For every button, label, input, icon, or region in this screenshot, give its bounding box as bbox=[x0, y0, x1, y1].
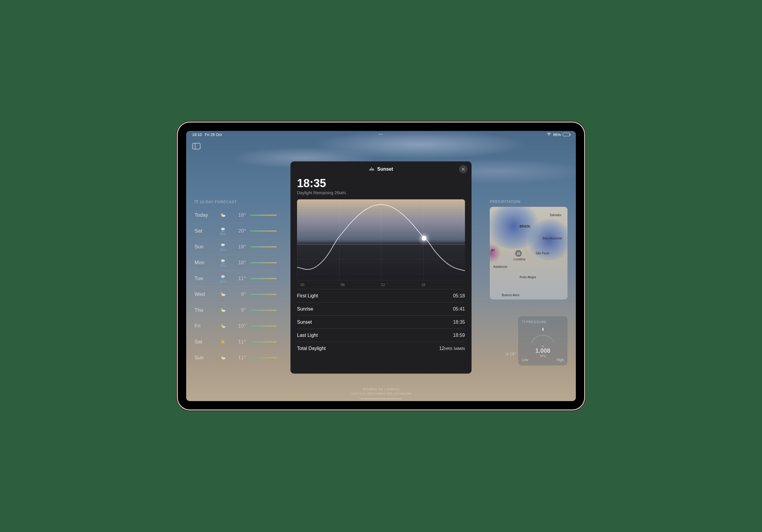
calendar-icon bbox=[194, 200, 198, 204]
map-label: AY bbox=[491, 249, 495, 252]
map-label: BRAZIL bbox=[520, 225, 531, 228]
forecast-row[interactable]: Sat 60% 20° bbox=[194, 223, 277, 239]
temp-range-bar bbox=[250, 230, 277, 232]
weather-icon: 60% bbox=[215, 226, 230, 236]
svg-rect-37 bbox=[542, 328, 544, 331]
forecast-low-temp: 11° bbox=[230, 355, 246, 361]
ipad-frame: 18:10 Fri 28 Oct ••• 86% 10-DAY FORECAST… bbox=[178, 122, 584, 410]
forecast-day: Sun bbox=[194, 355, 215, 361]
forecast-row[interactable]: Sat 11° bbox=[194, 334, 277, 350]
precip-chance: 70% bbox=[220, 264, 226, 267]
forecast-day: Fri bbox=[194, 323, 215, 329]
wifi-icon bbox=[547, 132, 551, 137]
status-date: Fri 28 Oct bbox=[205, 132, 222, 137]
forecast-row[interactable]: Thu 9° bbox=[194, 302, 277, 318]
pressure-gauge bbox=[528, 326, 558, 344]
forecast-low-temp: 9° bbox=[230, 307, 246, 313]
forecast-day: Thu bbox=[194, 307, 215, 313]
time-axis: 00 06 12 18 bbox=[297, 280, 465, 289]
weather-icon bbox=[215, 212, 230, 218]
forecast-day: Wed bbox=[194, 291, 215, 297]
weather-icon: 40% bbox=[215, 242, 230, 252]
pressure-widget[interactable]: PRESSURE = 1.008 hPa Low High bbox=[518, 316, 568, 365]
close-button[interactable] bbox=[459, 165, 467, 173]
sun-altitude-chart[interactable]: 00 06 12 18 bbox=[297, 199, 465, 289]
map-label: Porto Alegre bbox=[520, 275, 536, 279]
svg-line-7 bbox=[224, 231, 224, 232]
temp-range-bar bbox=[250, 278, 277, 279]
temp-range-bar bbox=[250, 357, 277, 358]
forecast-low-temp: 19° bbox=[230, 244, 246, 250]
modal-title: Sunset bbox=[377, 167, 393, 172]
temp-range-bar bbox=[250, 326, 277, 327]
forecast-day: Sat bbox=[194, 339, 215, 345]
svg-line-30 bbox=[224, 343, 225, 344]
precipitation-map[interactable]: BRAZIL Salvador Belo Horizonte São Paulo… bbox=[490, 207, 568, 299]
detail-row: First Light 05:18 bbox=[297, 289, 465, 302]
pressure-header-label: PRESSURE bbox=[526, 320, 547, 324]
forecast-day: Tue bbox=[194, 275, 215, 281]
svg-line-32 bbox=[224, 340, 225, 341]
home-indicator[interactable] bbox=[360, 398, 402, 399]
detail-value: 05:41 bbox=[453, 306, 465, 312]
detail-value: 18:35 bbox=[453, 320, 465, 325]
status-time: 18:10 bbox=[192, 132, 202, 137]
svg-line-36 bbox=[523, 321, 524, 322]
detail-value: 18:59 bbox=[453, 333, 465, 338]
svg-point-11 bbox=[221, 260, 225, 262]
forecast-row[interactable]: Sun 40% 19° bbox=[194, 239, 277, 255]
sunset-detail-modal: Sunset 18:35 Daylight Remaining 26MIN. 0… bbox=[290, 161, 472, 374]
svg-point-19 bbox=[221, 294, 225, 296]
sidebar-toggle-button[interactable] bbox=[192, 143, 200, 149]
weather-icon bbox=[215, 323, 230, 329]
weather-icon bbox=[215, 339, 230, 345]
battery-percent: 86% bbox=[553, 132, 561, 137]
temp-range-bar bbox=[250, 294, 277, 295]
temp-range-bar bbox=[250, 246, 277, 248]
weather-icon bbox=[215, 291, 230, 298]
forecast-row[interactable]: Wed 8° bbox=[194, 286, 277, 302]
precip-header-label: PRECIPITATION bbox=[490, 200, 520, 204]
sunset-detail-list: First Light 05:18Sunrise 05:41Sunset 18:… bbox=[297, 289, 465, 355]
forecast-day: Sat bbox=[194, 228, 215, 234]
daylight-remaining: Daylight Remaining 26MIN. bbox=[297, 190, 465, 195]
detail-row: Sunset 18:35 bbox=[297, 316, 465, 329]
map-label: Asistencia bbox=[494, 265, 507, 268]
forecast-row[interactable]: Mon 70% 18° bbox=[194, 255, 277, 270]
precip-chance: 30% bbox=[220, 280, 226, 283]
ten-day-forecast-widget[interactable]: 10-DAY FORECAST Today 18° Sat 60% 20° Su… bbox=[194, 200, 277, 365]
forecast-row[interactable]: Tue 30% 11° bbox=[194, 270, 277, 286]
svg-point-3 bbox=[221, 215, 225, 217]
pressure-unit: hPa bbox=[540, 354, 546, 358]
forecast-header-label: 10-DAY FORECAST bbox=[199, 200, 237, 204]
weather-footer[interactable]: Weather for Londrina Learn more about we… bbox=[186, 387, 576, 395]
svg-point-4 bbox=[221, 228, 225, 230]
svg-line-6 bbox=[223, 231, 223, 232]
map-label: São Paulo bbox=[536, 252, 550, 255]
multitasking-dots[interactable]: ••• bbox=[379, 133, 383, 135]
svg-line-13 bbox=[223, 263, 223, 264]
detail-value: 12HRS 54MIN bbox=[439, 346, 465, 351]
svg-line-12 bbox=[222, 263, 222, 264]
gauge-icon bbox=[522, 320, 525, 324]
pressure-low-label: Low bbox=[522, 358, 528, 362]
precipitation-widget[interactable]: PRECIPITATION BRAZIL Salvador Belo Horiz… bbox=[490, 200, 568, 299]
svg-point-23 bbox=[222, 326, 225, 328]
forecast-row[interactable]: Sun 11° bbox=[194, 350, 277, 365]
forecast-row[interactable]: Today 18° bbox=[194, 207, 277, 223]
precip-chance: 60% bbox=[220, 232, 226, 236]
sunset-icon bbox=[369, 166, 375, 172]
forecast-row[interactable]: Fri 10° bbox=[194, 318, 277, 334]
detail-label: Sunset bbox=[297, 320, 312, 325]
svg-line-31 bbox=[221, 343, 222, 344]
detail-row: Total Daylight 12HRS 54MIN bbox=[297, 342, 465, 355]
svg-point-8 bbox=[221, 244, 225, 246]
precip-header: PRECIPITATION bbox=[490, 200, 568, 204]
svg-point-15 bbox=[221, 275, 225, 278]
sunset-time: 18:35 bbox=[297, 177, 465, 190]
footer-location: Weather for Londrina bbox=[186, 387, 576, 391]
svg-point-34 bbox=[221, 357, 225, 359]
map-location-pin[interactable]: 29 bbox=[515, 250, 522, 257]
svg-line-29 bbox=[221, 340, 222, 341]
detail-row: Last Light 18:59 bbox=[297, 329, 465, 342]
